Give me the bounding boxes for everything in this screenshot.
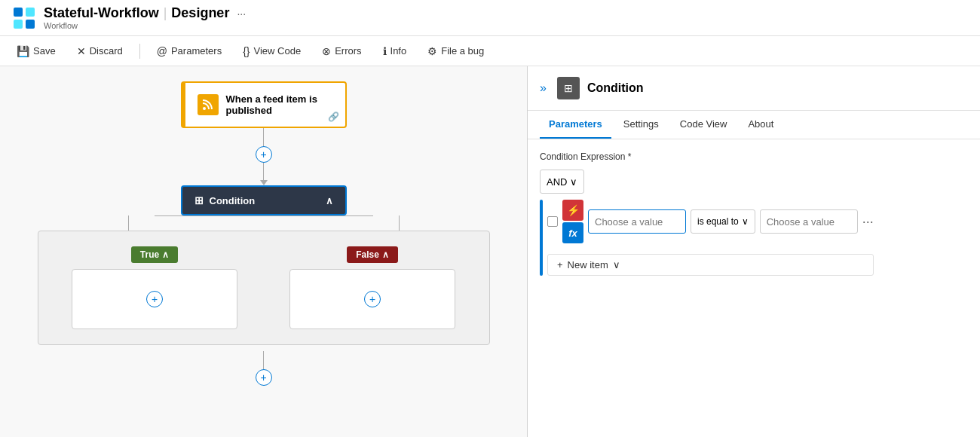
bottom-connector: +	[256, 351, 272, 386]
tab-code-view[interactable]: Code View	[671, 111, 737, 139]
and-row: AND ∨	[540, 170, 968, 194]
more-options-button[interactable]: ···	[862, 214, 874, 230]
condition-node[interactable]: ⊞ Condition ∧	[181, 185, 347, 215]
choose-value-input-2[interactable]	[760, 209, 858, 234]
view-code-button[interactable]: {} View Code	[238, 42, 305, 60]
app-title: Stateful-Workflow	[44, 5, 159, 21]
expr-blue-bar	[540, 200, 543, 276]
header-divider: |	[164, 5, 167, 21]
svg-rect-0	[14, 8, 23, 17]
false-add-button[interactable]: +	[364, 291, 381, 307]
save-icon: 💾	[17, 45, 29, 57]
expr-value-row: ⚡ fx is equal to ∨	[547, 200, 874, 243]
add-step-button-1[interactable]: +	[256, 146, 272, 163]
designer-label: Designer	[171, 5, 229, 21]
choose-value-input[interactable]	[588, 209, 686, 234]
false-branch-body: +	[289, 269, 455, 329]
file-bug-button[interactable]: ⚙ File a bug	[423, 42, 488, 60]
expr-checkbox[interactable]	[547, 216, 558, 227]
true-branch: True ∧ +	[54, 246, 256, 329]
expr-condition-group: ⚡ fx is equal to ∨	[540, 200, 968, 276]
save-button[interactable]: 💾 Save	[12, 42, 60, 60]
bottom-line	[263, 351, 264, 369]
discard-button[interactable]: ✕ Discard	[72, 42, 127, 60]
header: Stateful-Workflow | Designer ··· Workflo…	[0, 0, 980, 36]
new-item-label: New item	[568, 259, 608, 270]
main-layout: When a feed item is published 🔗 + ⊞ Cond…	[0, 66, 980, 437]
svg-point-4	[203, 107, 206, 110]
false-label[interactable]: False ∧	[347, 246, 398, 263]
operator-chevron-icon: ∨	[742, 216, 749, 227]
lightning-button[interactable]: ⚡	[562, 200, 583, 221]
true-branch-body: +	[72, 269, 237, 329]
right-panel: » ⊞ Condition Parameters Settings Code V…	[528, 66, 980, 437]
fx-icon: fx	[568, 228, 577, 239]
and-chevron-icon: ∨	[570, 176, 577, 188]
errors-icon: ⊗	[322, 45, 331, 57]
collapse-chevron[interactable]: ∧	[326, 195, 333, 206]
connector-1: +	[256, 128, 272, 185]
add-step-button-bottom[interactable]: +	[256, 369, 272, 386]
branch-v-right	[399, 215, 400, 231]
true-label[interactable]: True ∧	[131, 246, 178, 263]
panel-title: Condition	[587, 81, 644, 95]
bug-icon: ⚙	[427, 45, 437, 57]
panel-tabs: Parameters Settings Code View About	[528, 111, 980, 139]
branch-lines	[38, 215, 490, 231]
condition-icon: ⊞	[194, 194, 204, 206]
trigger-label: When a feed item is published	[226, 93, 333, 116]
tab-about[interactable]: About	[739, 111, 782, 139]
panel-condition-icon: ⊞	[557, 77, 580, 99]
connector-line-1	[263, 128, 264, 146]
condition-expr-label: Condition Expression *	[540, 151, 968, 162]
parameters-button[interactable]: @ Parameters	[152, 42, 226, 60]
lightning-icon: ⚡	[567, 204, 580, 216]
trigger-node[interactable]: When a feed item is published 🔗	[181, 81, 347, 128]
plus-icon: +	[557, 259, 563, 270]
arrow-1	[260, 180, 268, 185]
separator-1	[139, 44, 140, 59]
false-branch: False ∧ +	[271, 246, 474, 329]
collapse-button[interactable]: »	[540, 81, 547, 95]
toolbar: 💾 Save ✕ Discard @ Parameters {} View Co…	[0, 36, 980, 66]
workflow-nodes: When a feed item is published 🔗 + ⊞ Cond…	[0, 66, 527, 437]
svg-rect-2	[14, 20, 23, 29]
info-icon: ℹ	[383, 45, 387, 57]
svg-rect-3	[26, 20, 35, 29]
operator-dropdown[interactable]: is equal to ∨	[691, 209, 755, 234]
app-logo	[12, 6, 36, 30]
header-title-group: Stateful-Workflow | Designer ··· Workflo…	[44, 5, 246, 30]
fx-button[interactable]: fx	[562, 222, 583, 243]
expr-inner: ⚡ fx is equal to ∨	[547, 200, 874, 276]
workflow-canvas: When a feed item is published 🔗 + ⊞ Cond…	[0, 66, 528, 437]
discard-icon: ✕	[77, 45, 86, 57]
tab-settings[interactable]: Settings	[614, 111, 668, 139]
branch-v-left	[128, 215, 129, 231]
true-add-button[interactable]: +	[146, 291, 163, 307]
errors-button[interactable]: ⊗ Errors	[317, 42, 366, 60]
code-icon: {}	[243, 45, 250, 57]
icon-buttons: ⚡ fx	[562, 200, 583, 243]
app-subtitle: Workflow	[44, 21, 246, 30]
false-chevron-icon: ∧	[382, 249, 389, 260]
parameters-icon: @	[157, 45, 167, 57]
condition-wrapper: ⊞ Condition ∧ True	[38, 185, 490, 345]
panel-content: Condition Expression * AND ∨	[528, 139, 980, 437]
operator-label: is equal to	[697, 216, 739, 227]
tab-parameters[interactable]: Parameters	[540, 111, 611, 139]
condition-node-left: ⊞ Condition	[194, 194, 256, 206]
more-icon: ···	[862, 214, 874, 230]
branch-h-line	[155, 215, 373, 216]
connector-line-2	[263, 163, 264, 181]
panel-header: » ⊞ Condition	[528, 66, 980, 111]
true-chevron-icon: ∧	[162, 249, 169, 260]
condition-node-label: Condition	[210, 195, 256, 206]
link-icon: 🔗	[328, 112, 339, 122]
more-options-icon[interactable]: ···	[237, 8, 246, 20]
info-button[interactable]: ℹ Info	[378, 42, 412, 60]
and-dropdown[interactable]: AND ∨	[540, 170, 584, 194]
rss-icon	[198, 94, 219, 115]
new-item-button[interactable]: + New item ∨	[547, 254, 874, 276]
and-label: AND	[547, 176, 567, 188]
branches-container: True ∧ + False ∧ +	[38, 231, 490, 345]
